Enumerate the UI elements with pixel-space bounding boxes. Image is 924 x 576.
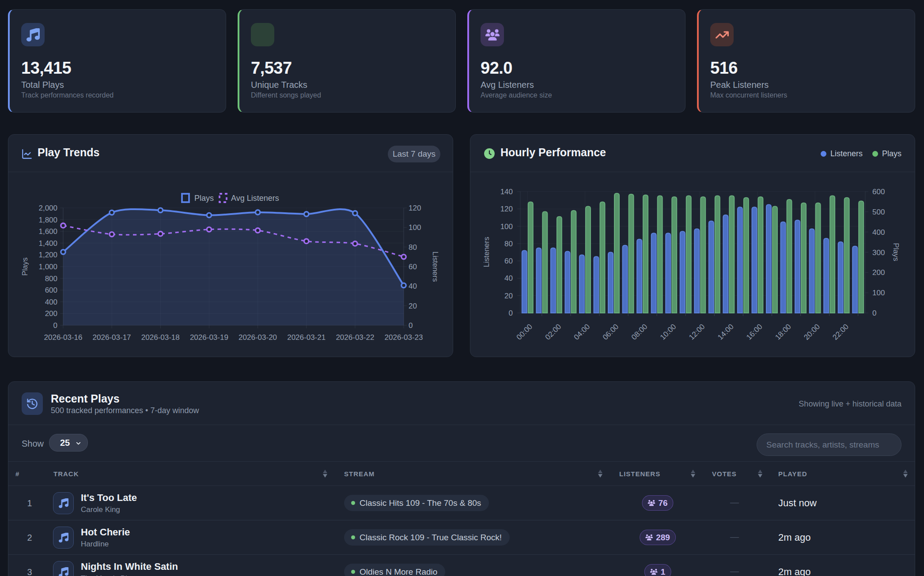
svg-text:12:00: 12:00	[687, 322, 707, 342]
svg-text:06:00: 06:00	[601, 322, 621, 342]
svg-text:400: 400	[45, 298, 57, 306]
svg-text:1,800: 1,800	[38, 216, 57, 224]
svg-text:300: 300	[872, 248, 885, 257]
svg-text:40: 40	[409, 282, 417, 290]
svg-text:2026-03-23: 2026-03-23	[385, 333, 423, 342]
svg-text:200: 200	[872, 268, 885, 277]
svg-text:0: 0	[409, 321, 413, 330]
svg-text:20: 20	[409, 302, 417, 310]
svg-text:14:00: 14:00	[716, 322, 735, 342]
svg-text:100: 100	[872, 289, 885, 297]
svg-text:2,000: 2,000	[38, 204, 57, 212]
svg-text:200: 200	[45, 309, 57, 318]
svg-text:16:00: 16:00	[745, 322, 764, 342]
svg-text:2026-03-17: 2026-03-17	[93, 333, 131, 342]
svg-text:0: 0	[872, 309, 876, 317]
svg-text:140: 140	[500, 188, 513, 196]
svg-text:2026-03-18: 2026-03-18	[141, 333, 180, 342]
svg-text:18:00: 18:00	[773, 322, 793, 342]
svg-text:Listeners: Listeners	[482, 237, 491, 267]
svg-text:0: 0	[53, 321, 57, 330]
svg-text:600: 600	[872, 188, 885, 196]
svg-text:80: 80	[504, 240, 513, 248]
svg-text:120: 120	[500, 205, 513, 213]
svg-text:20: 20	[504, 292, 513, 300]
svg-text:60: 60	[409, 263, 417, 271]
svg-text:2026-03-19: 2026-03-19	[190, 333, 228, 342]
svg-text:10:00: 10:00	[659, 322, 678, 342]
svg-text:600: 600	[45, 286, 57, 294]
svg-text:80: 80	[409, 243, 417, 252]
svg-text:60: 60	[504, 257, 513, 265]
svg-text:Listeners: Listeners	[431, 252, 439, 282]
svg-text:22:00: 22:00	[831, 322, 851, 342]
svg-text:800: 800	[45, 275, 57, 283]
svg-text:Avg Listeners: Avg Listeners	[231, 194, 279, 203]
svg-text:400: 400	[872, 228, 885, 237]
svg-text:100: 100	[409, 223, 421, 232]
svg-text:08:00: 08:00	[630, 322, 649, 342]
svg-text:500: 500	[872, 208, 885, 216]
svg-text:02:00: 02:00	[544, 322, 563, 342]
svg-text:2026-03-16: 2026-03-16	[44, 333, 83, 342]
svg-text:0: 0	[509, 309, 513, 317]
svg-text:1,400: 1,400	[38, 239, 57, 248]
svg-text:Plays: Plays	[21, 257, 29, 276]
svg-text:100: 100	[500, 222, 513, 231]
svg-text:04:00: 04:00	[572, 322, 592, 342]
svg-text:00:00: 00:00	[515, 322, 534, 342]
svg-text:Plays: Plays	[194, 194, 214, 203]
svg-text:1,200: 1,200	[38, 251, 57, 259]
svg-text:40: 40	[504, 274, 513, 282]
svg-text:1,000: 1,000	[38, 263, 57, 271]
svg-text:Plays: Plays	[892, 243, 900, 261]
svg-text:2026-03-21: 2026-03-21	[287, 333, 326, 342]
svg-text:2026-03-20: 2026-03-20	[239, 333, 277, 342]
svg-text:120: 120	[409, 204, 421, 212]
svg-text:2026-03-22: 2026-03-22	[336, 333, 374, 342]
svg-text:20:00: 20:00	[802, 322, 822, 342]
svg-text:1,600: 1,600	[38, 227, 57, 236]
